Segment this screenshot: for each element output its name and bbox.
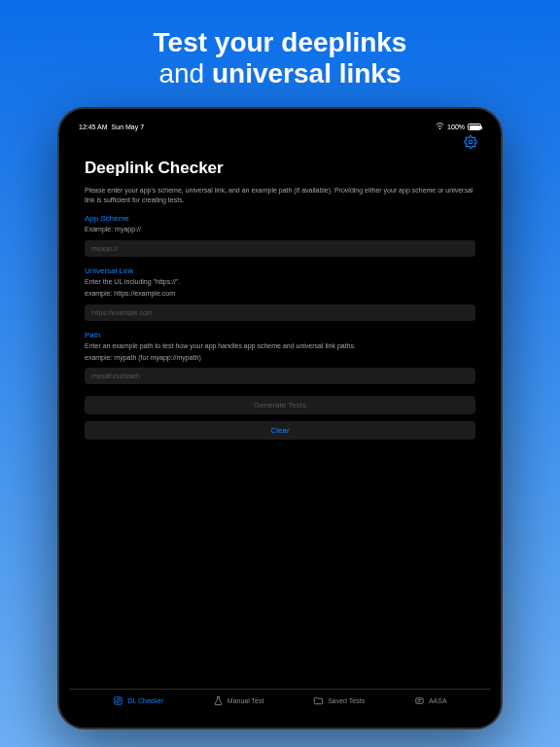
tab-manual-test[interactable]: Manual Test [213, 695, 264, 706]
scheme-input[interactable] [85, 240, 475, 257]
device-screen: 12:45 AM Sun May 7 100% Deeplink Checker… [69, 119, 491, 718]
page-description: Please enter your app's scheme, universa… [85, 186, 475, 204]
main-content: Deeplink Checker Please enter your app's… [69, 155, 491, 689]
tab-label: AASA [429, 697, 447, 704]
universal-label: Universal Link [85, 267, 475, 275]
path-hint1: Enter an example path to test how your a… [85, 341, 475, 350]
status-right: 100% [436, 123, 481, 131]
tab-label: DL Checker [127, 697, 163, 704]
status-time: 12:45 AM [79, 124, 108, 130]
ipad-device-frame: 12:45 AM Sun May 7 100% Deeplink Checker… [57, 107, 503, 729]
clear-button[interactable]: Clear [85, 421, 475, 440]
path-input[interactable] [85, 368, 475, 384]
marketing-headline: Test your deeplinks and universal links [154, 27, 407, 89]
battery-icon [468, 124, 481, 130]
tab-label: Manual Test [228, 697, 264, 704]
status-left: 12:45 AM Sun May 7 [79, 124, 144, 130]
folder-icon [313, 695, 324, 706]
document-icon [414, 695, 425, 706]
field-app-scheme: App Scheme Example: myapp:// [85, 214, 475, 256]
headline-line2: and universal links [154, 58, 407, 89]
svg-rect-2 [416, 698, 423, 704]
headline-line1: Test your deeplinks [154, 27, 407, 58]
svg-rect-1 [115, 697, 122, 704]
tab-dl-checker[interactable]: DL Checker [113, 695, 163, 706]
tab-saved-tests[interactable]: Saved Tests [313, 695, 365, 706]
tab-bar: DL Checker Manual Test Saved Tests AASA [69, 689, 491, 718]
field-universal-link: Universal Link Enter the UL including "h… [85, 267, 475, 321]
wifi-icon [436, 123, 444, 131]
toolbar-row [69, 133, 491, 155]
universal-hint2: example: https://example.com [85, 289, 475, 298]
universal-hint1: Enter the UL including "https://". [85, 277, 475, 286]
path-hint2: example: mypath (for myapp://mypath) [85, 353, 475, 362]
generate-tests-button[interactable]: Generate Tests [85, 396, 475, 414]
gear-icon[interactable] [464, 135, 477, 149]
battery-percent: 100% [447, 124, 465, 130]
tab-aasa[interactable]: AASA [414, 695, 447, 706]
scheme-hint: Example: myapp:// [85, 225, 475, 233]
status-bar: 12:45 AM Sun May 7 100% [69, 119, 491, 133]
universal-input[interactable] [85, 304, 475, 321]
scheme-label: App Scheme [85, 214, 475, 223]
svg-point-0 [469, 141, 472, 145]
tab-label: Saved Tests [328, 697, 365, 704]
flask-icon [213, 695, 224, 706]
field-path: Path Enter an example path to test how y… [85, 331, 475, 385]
link-icon [113, 695, 123, 706]
status-date: Sun May 7 [112, 124, 144, 130]
page-title: Deeplink Checker [85, 159, 475, 178]
path-label: Path [85, 331, 475, 339]
